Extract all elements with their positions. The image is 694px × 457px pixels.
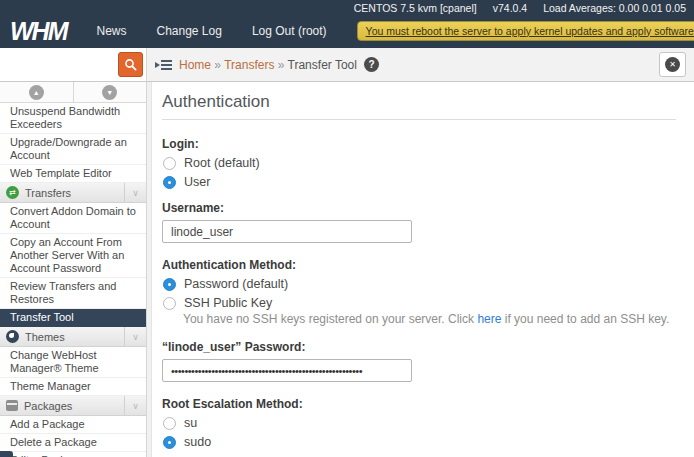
header-nav-row: WHM News Change Log Log Out (root) You m… bbox=[0, 14, 694, 47]
scroll-down-icon: ▼ bbox=[102, 85, 117, 100]
nav-news[interactable]: News bbox=[96, 24, 126, 38]
sidebar-search bbox=[0, 48, 147, 82]
sidebar-section-label: Themes bbox=[25, 331, 65, 343]
nav-log-out[interactable]: Log Out (root) bbox=[252, 24, 327, 38]
radio-option-label: Root (default) bbox=[184, 156, 260, 170]
reboot-alert-link[interactable]: You must reboot the server to apply kern… bbox=[357, 21, 694, 41]
authentication-heading: Authentication bbox=[162, 92, 676, 120]
sidebar-item-web-template-editor[interactable]: Web Template Editor bbox=[0, 165, 146, 183]
sidebar-item-transfer-tool[interactable]: Transfer Tool bbox=[0, 309, 146, 327]
packages-icon bbox=[6, 400, 18, 411]
search-icon bbox=[124, 58, 137, 71]
ssh-key-note: You have no SSH keys registered on your … bbox=[183, 312, 676, 326]
password-label: “linode_user” Password: bbox=[162, 340, 676, 354]
sidebar-item-delete-a-package[interactable]: Delete a Package bbox=[0, 434, 146, 452]
radio-option-label: sudo bbox=[184, 435, 211, 449]
collapse-sidebar-icon[interactable] bbox=[155, 59, 172, 71]
escalation-option-su[interactable]: su bbox=[163, 416, 676, 430]
sidebar-item-upgrade-downgrade-account[interactable]: Upgrade/Downgrade an Account bbox=[0, 134, 146, 165]
whm-logo[interactable]: WHM bbox=[10, 16, 66, 46]
breadcrumb-transfers[interactable]: Transfers bbox=[224, 58, 274, 72]
toolbar-row: Home » Transfers » Transfer Tool ? ✕ bbox=[0, 48, 694, 82]
username-label: Username: bbox=[162, 201, 676, 215]
sidebar-item-add-a-package[interactable]: Add a Package bbox=[0, 416, 146, 434]
username-field[interactable] bbox=[162, 220, 412, 243]
breadcrumb-bar: Home » Transfers » Transfer Tool ? ✕ bbox=[147, 48, 694, 82]
password-field[interactable] bbox=[162, 359, 412, 382]
nav-change-log[interactable]: Change Log bbox=[157, 24, 222, 38]
sidebar-item-convert-addon-domain[interactable]: Convert Addon Domain to Account bbox=[0, 203, 146, 234]
radio-option-label: User bbox=[184, 175, 210, 189]
breadcrumb-home[interactable]: Home bbox=[179, 58, 211, 72]
load-averages: Load Averages: 0.00 0.01 0.05 bbox=[543, 2, 686, 14]
breadcrumb-separator: » bbox=[278, 58, 285, 72]
sidebar-section-themes[interactable]: Themes ∨ bbox=[0, 327, 146, 347]
body: ▲ ▼ Unsuspend Bandwidth Exceeders Upgrad… bbox=[0, 82, 694, 457]
whm-version: v74.0.4 bbox=[493, 2, 527, 14]
auth-method-option-ssh[interactable]: SSH Public Key bbox=[163, 296, 676, 310]
breadcrumb: Home » Transfers » Transfer Tool bbox=[179, 58, 357, 72]
ssh-note-text: You have no SSH keys registered on your … bbox=[183, 312, 477, 326]
auth-method-option-password[interactable]: Password (default) bbox=[163, 277, 676, 291]
chevron-down-icon[interactable]: ∨ bbox=[124, 327, 146, 346]
sidebar-nav: ▲ ▼ Unsuspend Bandwidth Exceeders Upgrad… bbox=[0, 82, 147, 457]
sidebar-item-unsuspend-bandwidth-exceeders[interactable]: Unsuspend Bandwidth Exceeders bbox=[0, 103, 146, 134]
radio-option-label: SSH Public Key bbox=[184, 296, 272, 310]
radio-unchecked-icon[interactable] bbox=[163, 157, 176, 170]
help-icon[interactable]: ? bbox=[364, 57, 379, 72]
ssh-note-text: if you need to add an SSH key. bbox=[501, 312, 669, 326]
search-button[interactable] bbox=[118, 52, 143, 77]
sidebar-section-transfers[interactable]: ⇄ Transfers ∨ bbox=[0, 183, 146, 203]
radio-unchecked-icon[interactable] bbox=[163, 297, 176, 310]
sidebar-section-label: Packages bbox=[24, 400, 72, 412]
chevron-down-icon[interactable]: ∨ bbox=[124, 183, 146, 202]
sidebar-item-edit-a-package[interactable]: Edit a Package bbox=[0, 452, 146, 457]
sidebar-item-theme-manager[interactable]: Theme Manager bbox=[0, 378, 146, 396]
root-escalation-label: Root Escalation Method: bbox=[162, 397, 676, 411]
system-info: CENTOS 7.5 kvm [cpanel] v74.0.4 Load Ave… bbox=[0, 0, 694, 14]
close-panel-button[interactable]: ✕ bbox=[659, 52, 686, 77]
sidebar-section-label: Transfers bbox=[25, 187, 71, 199]
transfer-tool-content: Authentication Login: Root (default) Use… bbox=[152, 82, 694, 457]
sidebar-section-packages[interactable]: Packages ∨ bbox=[0, 396, 146, 416]
whm-window: CENTOS 7.5 kvm [cpanel] v74.0.4 Load Ave… bbox=[0, 0, 694, 457]
sidebar-item-copy-account-password[interactable]: Copy an Account From Another Server With… bbox=[0, 234, 146, 278]
server-name: CENTOS 7.5 kvm [cpanel] bbox=[354, 2, 477, 14]
sidebar-item-review-transfers-restores[interactable]: Review Transfers and Restores bbox=[0, 278, 146, 309]
themes-icon bbox=[6, 330, 19, 343]
login-option-user[interactable]: User bbox=[163, 175, 676, 189]
scroll-down-button[interactable]: ▼ bbox=[73, 82, 147, 102]
radio-checked-icon[interactable] bbox=[163, 278, 176, 291]
sidebar-item-change-whm-theme[interactable]: Change WebHost Manager® Theme bbox=[0, 347, 146, 378]
close-icon: ✕ bbox=[665, 57, 680, 72]
chevron-down-icon[interactable]: ∨ bbox=[124, 396, 146, 415]
scroll-up-icon: ▲ bbox=[29, 85, 44, 100]
radio-checked-icon[interactable] bbox=[163, 176, 176, 189]
transfers-icon: ⇄ bbox=[6, 186, 19, 199]
breadcrumb-separator: » bbox=[214, 58, 221, 72]
sidebar-clipped-item bbox=[0, 451, 13, 457]
radio-option-label: Password (default) bbox=[184, 277, 288, 291]
scroll-up-button[interactable]: ▲ bbox=[0, 82, 73, 102]
header: CENTOS 7.5 kvm [cpanel] v74.0.4 Load Ave… bbox=[0, 0, 694, 48]
breadcrumb-current-page: Transfer Tool bbox=[288, 58, 357, 72]
login-label: Login: bbox=[162, 137, 676, 151]
radio-checked-icon[interactable] bbox=[163, 436, 176, 449]
ssh-note-here-link[interactable]: here bbox=[477, 312, 501, 326]
radio-option-label: su bbox=[184, 416, 197, 430]
radio-unchecked-icon[interactable] bbox=[163, 417, 176, 430]
escalation-option-sudo[interactable]: sudo bbox=[163, 435, 676, 449]
login-option-root[interactable]: Root (default) bbox=[163, 156, 676, 170]
auth-method-label: Authentication Method: bbox=[162, 258, 676, 272]
sidebar-scroll-controls: ▲ ▼ bbox=[0, 82, 146, 103]
